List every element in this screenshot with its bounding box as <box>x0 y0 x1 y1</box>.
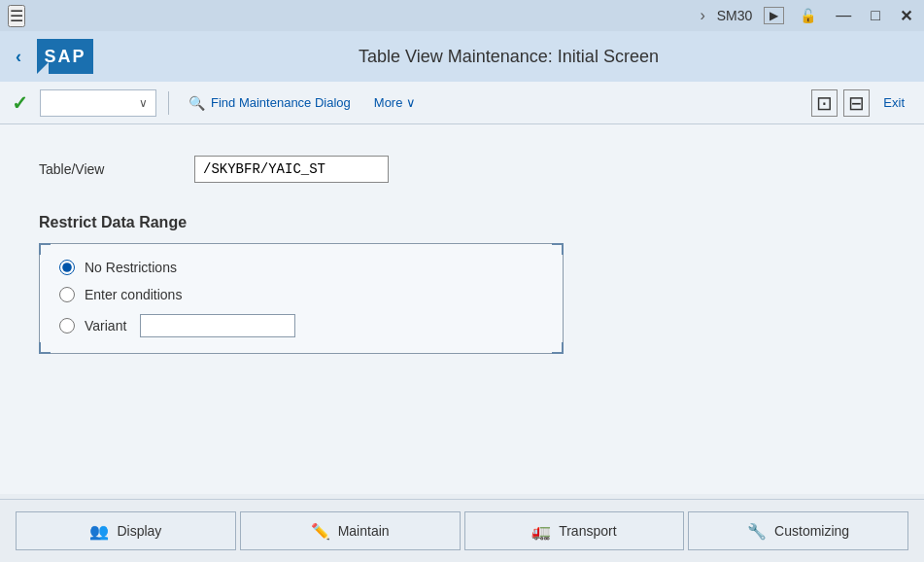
history-dropdown[interactable]: ∨ <box>40 89 156 117</box>
lock-button[interactable]: 🔓 <box>796 6 820 25</box>
transport-button[interactable]: 🚛 Transport <box>464 511 685 550</box>
play-button[interactable]: ▶ <box>764 7 784 24</box>
chevron-right-icon: › <box>700 7 704 24</box>
restrict-section: Restrict Data Range No Restrictions Ente… <box>39 214 885 354</box>
sap-logo: SAP <box>37 39 93 74</box>
minimize-button[interactable]: — <box>832 5 855 26</box>
search-icon: 🔍 <box>188 95 205 111</box>
close-button[interactable]: ✕ <box>896 5 916 27</box>
transport-label: Transport <box>559 523 616 539</box>
app-header: ‹ SAP Table View Maintenance: Initial Sc… <box>0 31 924 82</box>
corner-bl-decoration <box>39 342 51 354</box>
title-bar: ☰ › SM30 ▶ 🔓 — □ ✕ <box>0 0 924 31</box>
toolbar-divider <box>168 91 169 115</box>
back-button[interactable]: ‹ <box>16 47 21 67</box>
table-view-input[interactable] <box>194 156 389 183</box>
display-button[interactable]: 👥 Display <box>16 511 236 550</box>
table-view-label: Table/View <box>39 161 194 177</box>
maintain-label: Maintain <box>338 523 390 539</box>
variant-input[interactable] <box>140 314 295 337</box>
table-view-row: Table/View <box>39 156 885 183</box>
enter-conditions-label[interactable]: Enter conditions <box>85 287 182 302</box>
no-restrictions-radio[interactable] <box>59 260 75 275</box>
no-restrictions-row: No Restrictions <box>59 260 543 275</box>
no-restrictions-label[interactable]: No Restrictions <box>85 260 177 275</box>
maximize-button[interactable]: □ <box>867 5 884 26</box>
restrict-box: No Restrictions Enter conditions Variant <box>39 243 564 354</box>
app-header-title: Table View Maintenance: Initial Screen <box>109 47 908 67</box>
variant-radio[interactable] <box>59 318 75 334</box>
transport-icon: 🚛 <box>531 522 551 541</box>
shrink-view-button[interactable]: ⊟ <box>843 89 870 117</box>
toolbar: ✓ ∨ 🔍 Find Maintenance Dialog More ∨ ⊡ ⊟… <box>0 82 924 124</box>
variant-label[interactable]: Variant <box>85 318 126 334</box>
enter-conditions-row: Enter conditions <box>59 287 543 302</box>
restrict-section-title: Restrict Data Range <box>39 214 885 231</box>
display-label: Display <box>117 523 161 539</box>
app-id-label: SM30 <box>717 8 753 23</box>
find-maintenance-dialog-button[interactable]: 🔍 Find Maintenance Dialog <box>181 91 359 115</box>
more-label: More <box>374 95 403 110</box>
expand-view-button[interactable]: ⊡ <box>811 89 838 117</box>
sap-logo-text: SAP <box>44 47 86 67</box>
main-content: Table/View Restrict Data Range No Restri… <box>0 124 924 494</box>
maintain-button[interactable]: ✏️ Maintain <box>240 511 461 550</box>
dropdown-arrow-icon: ∨ <box>139 96 148 110</box>
display-icon: 👥 <box>89 522 109 541</box>
corner-tr-decoration <box>552 243 564 255</box>
customizing-button[interactable]: 🔧 Customizing <box>688 511 908 550</box>
hamburger-menu-button[interactable]: ☰ <box>8 5 25 27</box>
more-button[interactable]: More ∨ <box>366 91 425 114</box>
corner-br-decoration <box>552 342 564 354</box>
find-maintenance-label: Find Maintenance Dialog <box>211 95 351 110</box>
bottom-action-bar: 👥 Display ✏️ Maintain 🚛 Transport 🔧 Cust… <box>0 499 924 562</box>
customizing-icon: 🔧 <box>747 522 767 541</box>
customizing-label: Customizing <box>774 523 849 539</box>
toolbar-right-controls: ⊡ ⊟ Exit <box>811 89 912 117</box>
sap-flag-shape: SAP <box>37 39 93 74</box>
check-icon[interactable]: ✓ <box>12 91 28 115</box>
corner-tl-decoration <box>39 243 51 255</box>
maintain-icon: ✏️ <box>311 522 330 541</box>
enter-conditions-radio[interactable] <box>59 287 75 302</box>
more-arrow-icon: ∨ <box>406 95 416 110</box>
exit-button[interactable]: Exit <box>875 91 912 114</box>
variant-row: Variant <box>59 314 543 337</box>
